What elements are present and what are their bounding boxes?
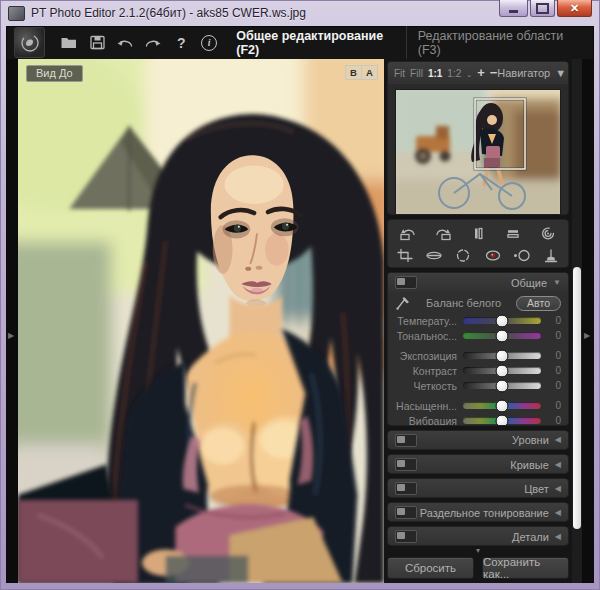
zoom-in-button[interactable]: + bbox=[477, 68, 485, 78]
clarity-slider-knob[interactable] bbox=[496, 379, 509, 392]
app-logo-icon bbox=[14, 27, 45, 58]
navigator-title[interactable]: Навигатор ▼ bbox=[497, 67, 566, 79]
temperature-slider-track[interactable] bbox=[463, 317, 541, 324]
slider-tint: Тональнос... 0 bbox=[388, 328, 568, 343]
chevron-down-icon: ▼ bbox=[555, 67, 566, 79]
vibrance-slider-track[interactable] bbox=[463, 417, 541, 424]
rotate-right-icon[interactable] bbox=[431, 225, 455, 243]
help-button[interactable]: ? bbox=[169, 33, 193, 53]
panel-split-toning-toggle[interactable] bbox=[395, 506, 417, 519]
zoom-50-button[interactable]: 1:2 bbox=[447, 68, 461, 79]
open-file-button[interactable] bbox=[57, 33, 81, 53]
panel-levels: Уровни ◀ bbox=[387, 430, 569, 450]
tab-region-editing[interactable]: Редактирование области (F3) bbox=[406, 26, 586, 59]
panel-color: Цвет ◀ bbox=[387, 478, 569, 498]
eyedropper-icon[interactable] bbox=[395, 295, 411, 311]
basic-panel-header[interactable]: Общие ▼ bbox=[388, 273, 568, 292]
panel-curves-toggle[interactable] bbox=[395, 458, 417, 471]
right-panel: Fit Fill 1:1 1:2 ⌄ + − Навигатор ▼ bbox=[384, 59, 572, 583]
panel-color-header[interactable]: Цвет ◀ bbox=[388, 479, 568, 498]
tint-slider-knob[interactable] bbox=[496, 329, 509, 342]
exposure-slider-knob[interactable] bbox=[496, 349, 509, 362]
rotate-left-icon[interactable] bbox=[396, 225, 420, 243]
auto-white-balance-button[interactable]: Авто bbox=[516, 296, 561, 311]
scrollbar-thumb[interactable] bbox=[573, 267, 581, 529]
app-window: PT Photo Editor 2.1.2(64бит) - aks85 CWE… bbox=[0, 0, 600, 590]
saturation-slider-knob[interactable] bbox=[496, 399, 509, 412]
window-controls: ✕ bbox=[497, 0, 592, 17]
saturation-slider-track[interactable] bbox=[463, 402, 541, 409]
perspective-icon[interactable] bbox=[539, 247, 563, 265]
navigator-panel: Fit Fill 1:1 1:2 ⌄ + − Навигатор ▼ bbox=[387, 61, 569, 215]
slider-clarity: Четкость 0 bbox=[388, 378, 568, 393]
straighten-icon[interactable] bbox=[422, 247, 446, 265]
slider-vibrance: Вибрация 0 bbox=[388, 413, 568, 426]
panel-details-toggle[interactable] bbox=[395, 530, 417, 543]
window-title: PT Photo Editor 2.1.2(64бит) - aks85 CWE… bbox=[31, 6, 306, 20]
flip-horizontal-icon[interactable] bbox=[466, 225, 490, 243]
minimize-button[interactable] bbox=[499, 0, 528, 17]
red-eye-icon[interactable] bbox=[481, 247, 505, 265]
clarity-slider-track[interactable] bbox=[463, 382, 541, 389]
zoom-out-button[interactable]: − bbox=[490, 68, 498, 78]
chevron-left-icon: ◀ bbox=[555, 461, 561, 469]
before-after-switch: B A bbox=[345, 65, 378, 80]
reset-button[interactable]: Сбросить bbox=[387, 557, 474, 579]
photo-preview bbox=[18, 59, 384, 583]
right-panel-scrollbar[interactable] bbox=[572, 59, 582, 583]
panel-color-toggle[interactable] bbox=[395, 482, 417, 495]
close-button[interactable]: ✕ bbox=[557, 0, 592, 17]
zoom-dropdown-icon[interactable]: ⌄ bbox=[466, 71, 472, 79]
tools-panel bbox=[387, 219, 569, 269]
navigator-header: Fit Fill 1:1 1:2 ⌄ + − Навигатор ▼ bbox=[388, 62, 568, 84]
maximize-button[interactable] bbox=[530, 0, 555, 17]
chevron-left-icon: ◀ bbox=[555, 485, 561, 493]
right-panel-strip: ▶ bbox=[582, 59, 594, 583]
temperature-slider-knob[interactable] bbox=[496, 314, 509, 327]
panel-scroll-down-icon[interactable]: ▾ bbox=[387, 546, 569, 555]
panel-levels-toggle[interactable] bbox=[395, 434, 417, 447]
chevron-down-icon: ▼ bbox=[553, 279, 561, 287]
left-expand-arrow-icon[interactable]: ▶ bbox=[8, 331, 14, 340]
tab-global-editing[interactable]: Общее редактирование (F2) bbox=[225, 26, 406, 59]
save-as-button[interactable]: Сохранить как... bbox=[482, 557, 569, 579]
info-button[interactable]: i bbox=[197, 33, 221, 53]
slider-exposure: Экспозиция 0 bbox=[388, 348, 568, 363]
panel-curves-header[interactable]: Кривые ◀ bbox=[388, 455, 568, 474]
main-area: ▶ bbox=[6, 59, 594, 583]
tools-row-2 bbox=[390, 245, 566, 267]
redo-button[interactable] bbox=[141, 33, 165, 53]
before-view-badge: Вид До bbox=[26, 65, 83, 82]
tools-row-1 bbox=[390, 223, 566, 245]
footer-actions: Сбросить Сохранить как... bbox=[387, 557, 569, 579]
panel-levels-header[interactable]: Уровни ◀ bbox=[388, 431, 568, 450]
white-balance-row: Баланс белого Авто bbox=[388, 292, 568, 313]
after-button[interactable]: A bbox=[362, 66, 377, 79]
right-collapse-arrow-icon[interactable]: ▶ bbox=[584, 331, 590, 340]
flip-vertical-icon[interactable] bbox=[501, 225, 525, 243]
tint-slider-track[interactable] bbox=[463, 332, 541, 339]
zoom-fit-button[interactable]: Fit bbox=[394, 68, 405, 79]
contrast-slider-knob[interactable] bbox=[496, 364, 509, 377]
contrast-slider-track[interactable] bbox=[463, 367, 541, 374]
zoom-fill-button[interactable]: Fill bbox=[410, 68, 423, 79]
app-surface: ? i Общее редактирование (F2) Редактиров… bbox=[6, 26, 594, 583]
exposure-slider-track[interactable] bbox=[463, 352, 541, 359]
save-button[interactable] bbox=[85, 33, 109, 53]
vignette-icon[interactable] bbox=[510, 247, 534, 265]
vibrance-slider-knob[interactable] bbox=[496, 414, 509, 426]
basic-panel-toggle[interactable] bbox=[395, 276, 417, 289]
before-button[interactable]: B bbox=[346, 66, 362, 79]
navigator-thumbnail[interactable] bbox=[395, 89, 561, 215]
image-canvas[interactable]: Вид До B A bbox=[18, 59, 384, 583]
distortion-icon[interactable] bbox=[536, 225, 560, 243]
panel-split-toning-header[interactable]: Раздельное тонирование ◀ bbox=[388, 503, 568, 522]
crop-icon[interactable] bbox=[393, 247, 417, 265]
zoom-100-button[interactable]: 1:1 bbox=[428, 68, 442, 79]
left-panel-strip: ▶ bbox=[6, 59, 18, 583]
lens-correction-icon[interactable] bbox=[451, 247, 475, 265]
undo-button[interactable] bbox=[113, 33, 137, 53]
panel-curves: Кривые ◀ bbox=[387, 454, 569, 474]
panel-details-header[interactable]: Детали ◀ bbox=[388, 527, 568, 546]
basic-panel: Общие ▼ Баланс белого Авто Температу bbox=[387, 272, 569, 426]
